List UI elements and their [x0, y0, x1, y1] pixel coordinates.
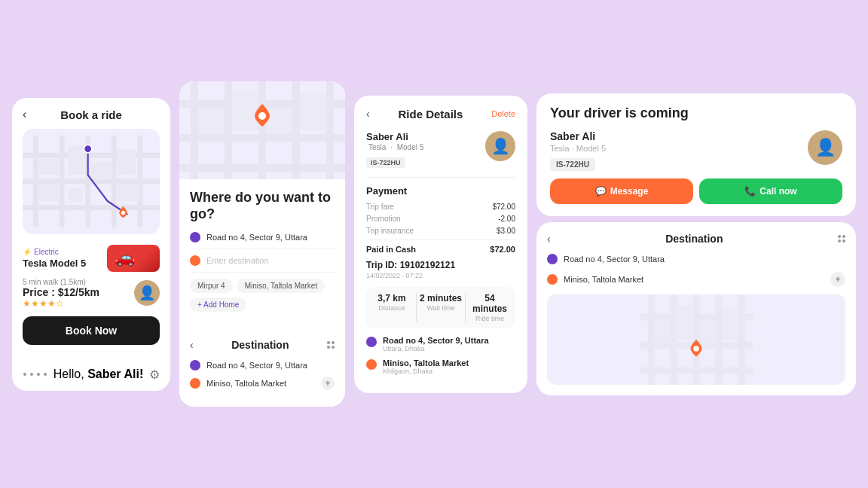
destination-title: Destination [231, 339, 289, 351]
svg-point-29 [258, 112, 266, 120]
stop-2: Miniso, Taltola Market Khilgaon, Dhaka [366, 358, 515, 375]
ride-back-button[interactable]: ‹ [366, 108, 370, 120]
driver2-avatar: 👤 [808, 130, 842, 165]
ride-details-title: Ride Details [399, 108, 463, 120]
dest2-origin-text: Road no 4, Sector 9, Uttara [564, 255, 665, 264]
quick-tags: Mirpur 4 Miniso, Taltola Market + Add Ho… [190, 279, 335, 312]
promotion-label: Promotion [366, 215, 401, 223]
driver-avatar: 👤 [134, 280, 160, 306]
destination-row[interactable]: Enter destination [190, 255, 335, 273]
car-name: Tesla Model 5 [23, 258, 86, 269]
dot-grid-icon [23, 372, 47, 377]
driver2-name: Saber Ali [550, 130, 606, 142]
stop2-name: Miniso, Taltola Market [383, 358, 469, 368]
stop1-icon [366, 337, 377, 347]
action-buttons: 💬 Message 📞 Call now [550, 178, 842, 204]
dest2-stop-row: Miniso, Taltola Market + [547, 272, 845, 287]
destination-card: ‹ Destination Road no 4, Sector 9, Uttar… [179, 328, 345, 407]
dest2-options-icon[interactable] [838, 235, 845, 242]
tag-miniso[interactable]: Miniso, Taltola Market [237, 279, 326, 293]
stop-1: Road no 4, Sector 9, Uttara Uttara, Dhak… [366, 336, 515, 352]
call-button[interactable]: 📞 Call now [699, 178, 842, 204]
trip-id: Trip ID: 19102192121 [366, 260, 515, 270]
car-image [107, 245, 160, 272]
insurance-label: Trip insurance [366, 227, 414, 235]
user-name: Saber Ali! [87, 368, 143, 380]
dest-stop-text: Miniso, Taltola Market [206, 379, 286, 388]
wait-value: 2 minutes [420, 293, 462, 303]
dest2-back-button[interactable]: ‹ [547, 233, 551, 245]
origin-text: Road no 4, Sector 9, Uttara [206, 233, 307, 242]
promotion-value: -2.00 [498, 215, 515, 223]
distance-label: Distance [371, 304, 413, 312]
car-info: ⚡ Electric Tesla Model 5 [23, 240, 160, 275]
wait-stat: 2 minutes Wait time [420, 293, 462, 322]
ride-time-label: Ride time [469, 315, 511, 322]
origin-icon [190, 232, 200, 242]
stop1-sub: Uttara, Dhaka [383, 345, 489, 352]
dest-back-button[interactable]: ‹ [190, 339, 194, 351]
driver-avatar: 👤 [485, 131, 515, 161]
distance-stat: 3,7 km Distance [371, 293, 413, 322]
wait-label: Wait time [420, 304, 462, 312]
trip-fare-value: $72.00 [492, 203, 515, 211]
driver-info-row: Saber Ali Tesla · Model 5 IS-722HU 👤 [366, 131, 515, 168]
back-button[interactable]: ‹ [23, 108, 26, 121]
payment-title: Payment [366, 185, 515, 197]
driver-coming-panel: Your driver is coming Saber Ali Tesla · … [536, 93, 856, 395]
tag-add-home[interactable]: + Add Home [190, 297, 246, 312]
page-title: Book a ride [60, 108, 122, 121]
tag-mirpur[interactable]: Mirpur 4 [190, 279, 233, 293]
trip-stats: 3,7 km Distance 2 minutes Wait time 54 m… [366, 287, 515, 328]
settings-icon[interactable]: ⚙ [149, 368, 160, 382]
walk-info-row: 5 min walk (1.5km) Price : $12/5km ★★★★☆… [23, 275, 160, 312]
dest2-stop-icon [547, 274, 558, 285]
dest-origin-text: Road no 4, Sector 9, Uttara [206, 361, 307, 370]
hello-text: Hello, Saber Ali! [53, 368, 143, 381]
distance-value: 3,7 km [371, 293, 413, 303]
ride-time-stat: 54 minutes Ride time [469, 293, 511, 322]
destination2-title: Destination [665, 233, 723, 245]
stop2-sub: Khilgaon, Dhaka [383, 368, 469, 375]
svg-point-15 [84, 145, 91, 152]
trip-date: 14/02/2022 · 07:22 [366, 272, 515, 279]
dest2-stop-text: Miniso, Taltola Market [564, 275, 643, 284]
add-stop-button[interactable]: + [321, 377, 335, 390]
destination-icon [190, 255, 200, 266]
search-map [179, 81, 345, 179]
license-plate: IS-722HU [366, 157, 405, 168]
origin-row: Road no 4, Sector 9, Uttara [190, 232, 335, 249]
phone-icon: 📞 [744, 186, 756, 197]
coming-title: Your driver is coming [550, 105, 842, 121]
where-title: Where do you want to go? [190, 190, 335, 222]
book-ride-card: ‹ Book a ride [12, 98, 170, 391]
hello-label: Hello, [53, 368, 87, 380]
driver2-plate: IS-722HU [550, 158, 595, 171]
dest-origin-row: Road no 4, Sector 9, Uttara [190, 360, 335, 371]
insurance-value: $3.00 [497, 227, 515, 235]
price: Price : $12/5km [23, 286, 99, 298]
destination-input[interactable]: Enter destination [206, 256, 269, 265]
electric-label: Electric [34, 248, 59, 256]
dest2-origin-icon [547, 254, 558, 264]
payment-section: Payment Trip fare $72.00 Promotion -2.00… [366, 185, 515, 254]
dest2-add-button[interactable]: + [830, 272, 845, 287]
dest-stop-icon [190, 378, 200, 389]
rating: ★★★★☆ [23, 298, 99, 309]
dest2-origin-row: Road no 4, Sector 9, Uttara [547, 254, 845, 264]
book-now-button[interactable]: Book Now [23, 316, 160, 345]
delete-button[interactable]: Delete [491, 109, 515, 118]
driver2-car: Tesla · Model 5 [550, 144, 606, 153]
destination-map-view [547, 294, 845, 385]
map-view [23, 129, 160, 234]
destination-map-card: ‹ Destination Road no 4, Sector 9, Uttar… [536, 222, 856, 395]
options-icon[interactable] [327, 341, 335, 349]
dest-origin-icon [190, 360, 200, 371]
hello-card: Hello, Saber Ali! ⚙ [12, 358, 170, 391]
message-button[interactable]: 💬 Message [550, 178, 693, 204]
svg-point-16 [121, 211, 125, 215]
driver-car: Tesla · Model 5 [366, 143, 426, 151]
trip-fare-label: Trip fare [366, 203, 394, 211]
driver2-info-row: Saber Ali Tesla · Model 5 IS-722HU 👤 [550, 130, 842, 171]
driver-coming-card: Your driver is coming Saber Ali Tesla · … [536, 93, 856, 216]
